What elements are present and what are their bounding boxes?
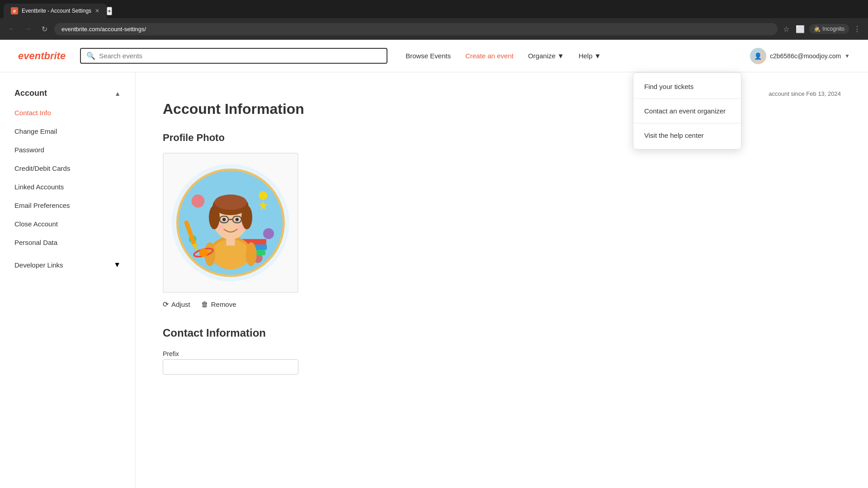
organize-link[interactable]: Organize ▼: [528, 52, 564, 60]
avatar-image: 👤: [750, 48, 766, 64]
remove-icon: 🗑: [201, 300, 208, 309]
browse-events-link[interactable]: Browse Events: [406, 52, 451, 60]
sidebar-item-close-account[interactable]: Close Account: [0, 215, 135, 233]
help-divider-2: [633, 123, 741, 123]
reload-button[interactable]: ↻: [38, 23, 51, 35]
prefix-input[interactable]: [163, 359, 298, 375]
user-avatar: 👤: [750, 48, 766, 64]
tab-favicon: [11, 7, 18, 14]
svg-point-29: [199, 248, 208, 257]
header-nav: Browse Events Create an event Organize ▼…: [406, 52, 601, 60]
help-link[interactable]: Help ▼: [579, 52, 601, 60]
main-content: account since Feb 13, 2024 Account Infor…: [136, 72, 868, 488]
search-icon: 🔍: [86, 52, 95, 60]
profile-photo-container: [163, 153, 298, 293]
address-bar[interactable]: [54, 23, 778, 35]
sidebar-item-linked-accounts[interactable]: Linked Accounts: [0, 178, 135, 196]
help-chevron-icon: ▼: [594, 52, 601, 60]
sidebar-item-contact-info[interactable]: Contact Info: [0, 103, 135, 122]
svg-point-24: [237, 224, 243, 230]
tab-title: Eventbrite - Account Settings: [22, 8, 91, 14]
nav-actions: ☆ ⬜ 🕵 Incognito ⋮: [781, 23, 863, 35]
prefix-field: Prefix: [163, 350, 841, 375]
svg-point-17: [214, 195, 247, 210]
svg-point-27: [246, 242, 257, 266]
profile-photo: [172, 164, 289, 282]
tab-bar: Eventbrite - Account Settings ✕ +: [0, 0, 868, 18]
account-section-title: Account: [14, 89, 47, 98]
sidebar-item-password[interactable]: Password: [0, 141, 135, 159]
user-dropdown-arrow-icon: ▼: [844, 53, 850, 59]
header-user[interactable]: 👤 c2b6586c@moodjoy.com ▼: [750, 48, 850, 64]
menu-button[interactable]: ⋮: [852, 23, 863, 35]
sidebar-item-personal-data[interactable]: Personal Data: [0, 233, 135, 252]
close-tab-button[interactable]: ✕: [95, 8, 99, 14]
profile-button[interactable]: ⬜: [794, 23, 807, 35]
adjust-icon: ⟳: [163, 300, 169, 309]
new-tab-button[interactable]: +: [107, 7, 112, 15]
app-header: eventbrite 🔍 Browse Events Create an eve…: [0, 40, 868, 72]
svg-point-21: [222, 218, 226, 221]
incognito-icon: 🕵: [814, 26, 821, 32]
help-find-tickets[interactable]: Find your tickets: [633, 76, 741, 97]
bookmark-button[interactable]: ☆: [781, 23, 791, 35]
organize-chevron-icon: ▼: [557, 52, 564, 60]
contact-info-title: Contact Information: [163, 327, 841, 339]
avatar-svg: [176, 169, 285, 277]
sidebar-item-email-preferences[interactable]: Email Preferences: [0, 196, 135, 215]
eventbrite-logo[interactable]: eventbrite: [18, 50, 66, 62]
search-bar: 🔍: [80, 48, 387, 64]
sidebar-item-change-email[interactable]: Change Email: [0, 122, 135, 141]
create-event-link[interactable]: Create an event: [465, 52, 514, 60]
developer-links-title: Developer Links: [14, 261, 63, 269]
svg-point-2: [259, 191, 267, 200]
prefix-label: Prefix: [163, 350, 841, 357]
help-divider-1: [633, 99, 741, 99]
browser-chrome: Eventbrite - Account Settings ✕ + ← → ↻ …: [0, 0, 868, 40]
browser-tab: Eventbrite - Account Settings ✕: [4, 4, 107, 18]
account-section: Account ▲ Contact Info Change Email Pass…: [0, 83, 135, 252]
developer-links-section[interactable]: Developer Links ▼: [0, 255, 135, 274]
search-input[interactable]: [99, 52, 381, 60]
incognito-badge: 🕵 Incognito: [809, 24, 849, 34]
help-help-center[interactable]: Visit the help center: [633, 125, 741, 145]
help-contact-organizer[interactable]: Contact an event organizer: [633, 101, 741, 121]
adjust-button[interactable]: ⟳ Adjust: [163, 300, 190, 309]
svg-point-3: [263, 228, 274, 239]
account-section-header[interactable]: Account ▲: [0, 83, 135, 103]
forward-button[interactable]: →: [22, 23, 34, 35]
sidebar: Account ▲ Contact Info Change Email Pass…: [0, 72, 136, 488]
contact-info-section: Contact Information Prefix: [163, 327, 841, 375]
back-button[interactable]: ←: [5, 23, 18, 35]
developer-links-chevron-icon: ▼: [113, 261, 121, 269]
user-email: c2b6586c@moodjoy.com: [770, 52, 841, 60]
svg-point-22: [236, 218, 239, 221]
svg-rect-25: [226, 238, 235, 246]
sidebar-item-credit-debit-cards[interactable]: Credit/Debit Cards: [0, 159, 135, 178]
remove-button[interactable]: 🗑 Remove: [201, 300, 236, 309]
svg-point-1: [192, 195, 205, 208]
photo-actions: ⟳ Adjust 🗑 Remove: [163, 300, 841, 309]
incognito-label: Incognito: [822, 26, 844, 32]
account-section-chevron-icon: ▲: [114, 90, 121, 97]
svg-point-23: [217, 224, 224, 230]
help-dropdown: Find your tickets Contact an event organ…: [633, 72, 741, 150]
browser-nav: ← → ↻ ☆ ⬜ 🕵 Incognito ⋮: [0, 18, 868, 40]
